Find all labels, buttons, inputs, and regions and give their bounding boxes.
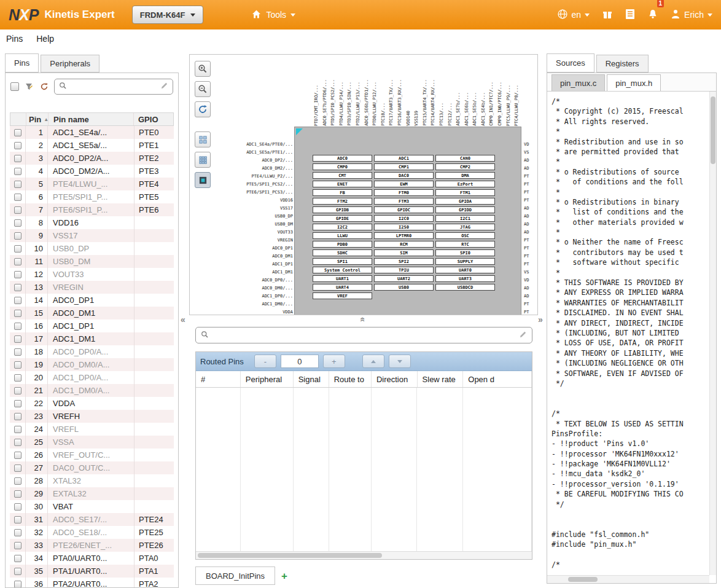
pin-label[interactable]: PT (524, 181, 538, 189)
table-row[interactable]: 33 PTE26/ENET_... PTE26 (10, 539, 174, 552)
pin-label[interactable]: ADC1_DP1 (225, 261, 293, 269)
pin-label[interactable]: ADC0_DP1 (225, 245, 293, 253)
pin-label[interactable]: VOUT33 (225, 229, 293, 237)
table-row[interactable]: 29 EXTAL32 (10, 487, 174, 500)
pin-checkbox[interactable] (14, 181, 21, 188)
table-row[interactable]: 32 ADC0_SE18/... PTE25 (10, 526, 174, 539)
pin-label[interactable]: VDD140 (405, 111, 413, 126)
pin-label[interactable]: ADC1_DP0/... (225, 292, 293, 300)
pin-checkbox[interactable] (14, 232, 21, 240)
pin-label[interactable]: CMP0_IN1/PTC7/... (488, 82, 496, 126)
peripheral-block[interactable]: FTM3 (374, 198, 434, 205)
pin-label[interactable]: PT (524, 189, 538, 197)
peripheral-block[interactable]: EzPort (435, 181, 495, 187)
pin-label[interactable]: VD (524, 276, 538, 284)
pin-checkbox[interactable] (14, 219, 21, 227)
peripheral-block[interactable]: System Control (313, 267, 372, 273)
peripheral-block[interactable]: SPI2 (374, 258, 434, 265)
peripheral-block[interactable]: LPTMR0 (374, 232, 434, 239)
pin-checkbox[interactable] (14, 310, 21, 317)
pin-label[interactable]: PT (524, 308, 538, 315)
pin-label[interactable]: PTD0/LLWU_P12/... (371, 82, 380, 126)
pin-label[interactable]: VDD16 (225, 197, 293, 205)
scrollbar-thumb[interactable] (568, 577, 598, 582)
pin-label[interactable]: AD (524, 213, 538, 221)
peripheral-block[interactable]: FTM1 (435, 189, 495, 196)
horizontal-scrollbar[interactable] (196, 551, 532, 559)
pin-label[interactable]: ADC0_DP0/... (225, 276, 293, 284)
pin-checkbox[interactable] (14, 387, 21, 394)
pin-checkbox[interactable] (14, 516, 21, 523)
pin-label[interactable]: ADC1_DM0/... (225, 300, 293, 308)
column-header-pin[interactable]: Pin ▲ (26, 113, 49, 125)
routed-count-field[interactable]: 0 (281, 355, 319, 368)
table-row[interactable]: 1 ADC1_SE4a/... PTE0 (10, 126, 174, 139)
tools-menu[interactable]: Tools (266, 10, 286, 20)
peripheral-block[interactable]: PDB0 (313, 241, 372, 248)
pin-label[interactable]: ADC0_SE7b/PTD6/... (321, 79, 330, 126)
whats-new-icon[interactable] (602, 9, 613, 22)
table-row[interactable]: 4 ADC0_DM2/A... PTE3 (10, 165, 174, 178)
move-up-button[interactable] (362, 355, 384, 368)
peripheral-block[interactable]: SPI1 (313, 258, 372, 265)
pin-checkbox[interactable] (14, 542, 21, 549)
peripheral-block[interactable]: EWM (374, 181, 434, 187)
tab-peripherals[interactable]: Peripherals (41, 55, 99, 73)
pin-label[interactable]: ADC1_SE7b/... (454, 92, 463, 126)
peripheral-block[interactable]: FTM0 (374, 189, 434, 196)
peripheral-block[interactable]: CMP2 (435, 163, 495, 170)
peripheral-block[interactable]: I2C0 (374, 215, 434, 222)
table-row[interactable]: 18 ADC0_DP0/A... (10, 345, 174, 358)
pin-label[interactable]: ADC0_DM1 (225, 253, 293, 261)
table-row[interactable]: 34 PTA0/UART0... PTA0 (10, 552, 174, 565)
table-row[interactable]: 13 VREGIN (10, 281, 174, 294)
pin-checkbox[interactable] (14, 413, 21, 420)
pin-checkbox[interactable] (14, 490, 21, 498)
pin-label[interactable]: ADC0_SE6b/PTD1/... (363, 79, 372, 126)
pin-checkbox[interactable] (14, 426, 21, 433)
pin-label[interactable]: PT (524, 173, 538, 181)
peripheral-block[interactable]: CMP1 (374, 163, 434, 170)
pin-label[interactable]: PTC16/UART3_RX/... (396, 79, 405, 126)
table-row[interactable]: 5 PTE4/LLWU_... PTE4 (10, 178, 174, 190)
pin-checkbox[interactable] (14, 452, 21, 459)
pin-checkbox[interactable] (14, 374, 21, 382)
pin-label[interactable]: AD (524, 205, 538, 213)
pin-label[interactable]: PTD2/LLWU_P13/... (354, 82, 363, 126)
vertical-scrollbar[interactable] (709, 92, 716, 575)
column-header-route-to[interactable]: Route to (329, 371, 372, 387)
peripheral-block[interactable]: TPIU (374, 267, 434, 273)
peripheral-block[interactable]: UART0 (435, 267, 495, 273)
peripheral-block[interactable]: I2C2 (313, 224, 372, 230)
table-row[interactable]: 23 VREFH (10, 410, 174, 423)
table-row[interactable]: 12 VOUT33 (10, 268, 174, 281)
notifications-button[interactable]: 1 (647, 9, 658, 22)
menu-pins[interactable]: Pins (6, 34, 23, 44)
filter-edit-button[interactable] (23, 81, 34, 92)
pin-checkbox[interactable] (14, 142, 21, 149)
column-header-number[interactable]: # (196, 371, 241, 387)
pin-checkbox[interactable] (14, 323, 21, 330)
peripheral-block[interactable]: RTC (435, 241, 495, 248)
table-row[interactable]: 7 PTE6/SPI1_P... PTE6 (10, 203, 174, 216)
peripheral-block[interactable]: GPIOE (313, 215, 372, 222)
peripheral-block[interactable]: UART1 (313, 275, 372, 282)
pin-label[interactable]: PTC18/... (380, 103, 388, 126)
tab-registers[interactable]: Registers (596, 55, 649, 73)
pin-label[interactable]: USB0_DP (225, 213, 293, 221)
table-row[interactable]: 22 VDDA (10, 397, 174, 410)
peripheral-block[interactable]: UART4 (313, 284, 372, 291)
pin-label[interactable]: ADC0_DM2/... (225, 165, 293, 173)
peripheral-block[interactable]: GPIOD (435, 206, 495, 213)
table-row[interactable]: 20 ADC1_DP0/A... (10, 371, 174, 384)
table-row[interactable]: 35 PTA1/UART0... PTA1 (10, 565, 174, 578)
peripheral-block[interactable]: UART3 (435, 275, 495, 282)
table-row[interactable]: 16 ADC1_DP1 (10, 319, 174, 332)
zoom-out-button[interactable] (195, 81, 211, 97)
pin-label[interactable]: CMP0_IN0/PTC6/... (496, 82, 505, 126)
package-bottom-view-button[interactable] (195, 152, 211, 168)
column-header-pin-name[interactable]: Pin name (49, 113, 134, 125)
column-header-gpio[interactable]: GPIO (134, 113, 173, 125)
table-row[interactable]: 26 VREF_OUT/C... (10, 449, 174, 461)
pin-label[interactable]: VDDA (225, 308, 293, 315)
